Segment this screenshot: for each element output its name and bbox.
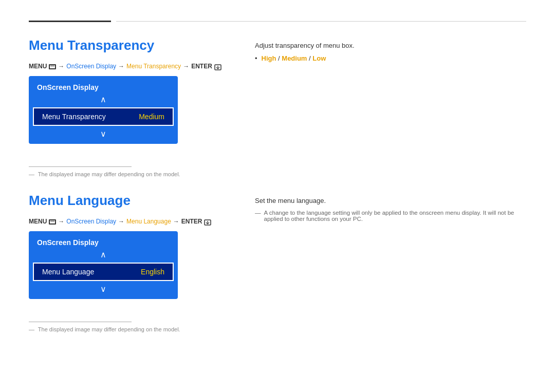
footnote-dash-1: ― xyxy=(29,171,34,177)
arrow2-2: → xyxy=(118,218,124,225)
menu-icon-2 xyxy=(49,219,56,225)
section2-title: Menu Language xyxy=(29,193,234,209)
section1-divider xyxy=(29,166,132,167)
option-high: High xyxy=(262,54,276,62)
section2-footnote: ― The displayed image may differ dependi… xyxy=(29,326,526,332)
section2-menu-path: MENU → OnScreen Display → Menu Language … xyxy=(29,218,234,225)
section1-menu-path: MENU → OnScreen Display → Menu Transpare… xyxy=(29,63,234,70)
path-onscreen-2: OnScreen Display xyxy=(66,218,116,225)
osd-chevron-down-1[interactable]: ∨ xyxy=(29,128,178,140)
osd-chevron-up-2[interactable]: ∧ xyxy=(29,249,178,260)
section2-right: Set the menu language. ― A change to the… xyxy=(255,193,526,299)
enter-label-2: ENTER xyxy=(181,218,202,225)
osd-title-1: OnScreen Display xyxy=(29,80,178,94)
note-text-2: A change to the language setting will on… xyxy=(264,210,527,222)
arrow3-2: → xyxy=(173,218,179,225)
top-divider xyxy=(29,21,526,22)
section2-note: ― A change to the language setting will … xyxy=(255,210,526,222)
arrow1-1: → xyxy=(58,63,64,70)
menu-transparency-section: Menu Transparency MENU → OnScreen Displa… xyxy=(29,38,526,144)
section1-options: High / Medium / Low xyxy=(262,54,326,62)
section2-divider xyxy=(29,322,132,322)
path-menulanguage: Menu Language xyxy=(126,218,171,225)
note-dash-2: ― xyxy=(255,210,261,216)
osd-title-2: OnScreen Display xyxy=(29,235,178,249)
section1-right: Adjust transparency of menu box. • High … xyxy=(255,38,526,144)
section1-footnote-area: ― The displayed image may differ dependi… xyxy=(29,164,526,193)
osd-row-label-1: Menu Transparency xyxy=(42,113,106,121)
path-menutransparency: Menu Transparency xyxy=(126,63,181,70)
option-medium: Medium xyxy=(282,54,307,62)
section1-title: Menu Transparency xyxy=(29,38,234,53)
section1-footnote: ― The displayed image may differ dependi… xyxy=(29,171,526,177)
section2-footnote-area: ― The displayed image may differ dependi… xyxy=(29,320,526,348)
osd-chevron-down-2[interactable]: ∨ xyxy=(29,283,178,295)
osd-row-value-2: English xyxy=(141,268,164,276)
divider-thin xyxy=(116,21,526,22)
section1-options-bullet: • High / Medium / Low xyxy=(255,54,526,65)
osd-row-1: Menu Transparency Medium xyxy=(33,107,174,126)
enter-icon-1 xyxy=(214,64,221,70)
menu-label-2: MENU xyxy=(29,218,47,225)
osd-row-value-1: Medium xyxy=(139,113,164,121)
section2-description: Set the menu language. xyxy=(255,197,526,204)
arrow2-1: → xyxy=(118,63,124,70)
menu-label-1: MENU xyxy=(29,63,47,70)
bullet-dot-1: • xyxy=(255,54,257,62)
osd-chevron-up-1[interactable]: ∧ xyxy=(29,94,178,105)
footnote-text-1: The displayed image may differ depending… xyxy=(38,171,180,177)
menu-language-section: Menu Language MENU → OnScreen Display → … xyxy=(29,193,526,299)
section2-left: Menu Language MENU → OnScreen Display → … xyxy=(29,193,234,299)
option-low: Low xyxy=(312,54,326,62)
arrow3-1: → xyxy=(183,63,189,70)
section1-left: Menu Transparency MENU → OnScreen Displa… xyxy=(29,38,234,144)
section1-description: Adjust transparency of menu box. xyxy=(255,42,526,49)
enter-icon-2 xyxy=(204,219,211,226)
path-onscreen-1: OnScreen Display xyxy=(66,63,116,70)
enter-label-1: ENTER xyxy=(191,63,212,70)
osd-box-1: OnScreen Display ∧ Menu Transparency Med… xyxy=(29,76,178,144)
divider-thick xyxy=(29,21,111,22)
osd-row-label-2: Menu Language xyxy=(42,268,94,276)
osd-row-2: Menu Language English xyxy=(33,263,174,281)
footnote-dash-2: ― xyxy=(29,326,34,332)
menu-icon-1 xyxy=(49,64,56,69)
arrow1-2: → xyxy=(58,218,64,225)
osd-box-2: OnScreen Display ∧ Menu Language English… xyxy=(29,231,178,299)
footnote-text-2: The displayed image may differ depending… xyxy=(38,326,180,332)
